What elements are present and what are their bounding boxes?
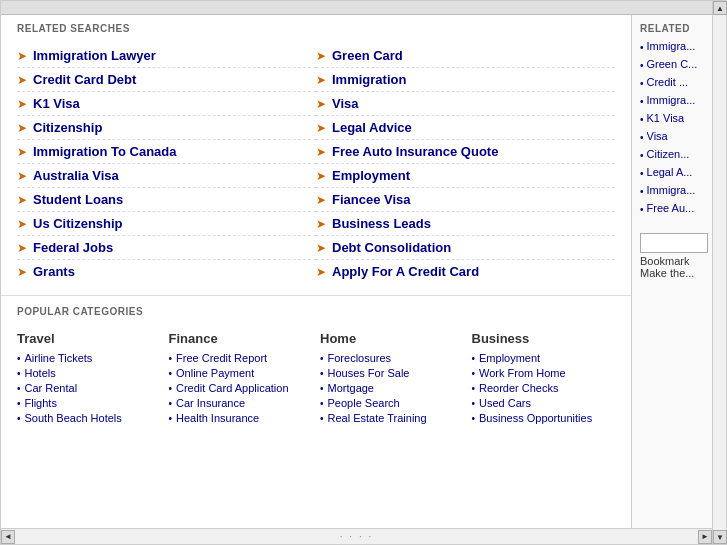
main-panel: RELATED SEARCHES ➤Immigration Lawyer➤Cre… xyxy=(1,15,632,528)
search-item: ➤Immigration Lawyer xyxy=(17,44,316,68)
scroll-left-btn[interactable]: ◄ xyxy=(1,530,15,544)
sidebar-bullet-icon: • xyxy=(640,132,644,143)
search-link[interactable]: Green Card xyxy=(332,48,403,63)
arrow-icon: ➤ xyxy=(316,265,326,279)
search-item: ➤Us Citizenship xyxy=(17,212,316,236)
search-item: ➤Visa xyxy=(316,92,615,116)
bullet-icon: • xyxy=(472,413,476,424)
sidebar-links: •Immigra...•Green C...•Credit ...•Immigr… xyxy=(640,40,708,217)
category-link[interactable]: •Online Payment xyxy=(169,367,313,379)
sidebar-link[interactable]: Free Au... xyxy=(647,202,695,214)
bullet-icon: • xyxy=(169,368,173,379)
category-link[interactable]: •Real Estate Training xyxy=(320,412,464,424)
search-link[interactable]: Free Auto Insurance Quote xyxy=(332,144,498,159)
search-link[interactable]: Us Citizenship xyxy=(33,216,123,231)
sidebar-link[interactable]: K1 Visa xyxy=(647,112,685,124)
search-link[interactable]: K1 Visa xyxy=(33,96,80,111)
related-searches-section: ➤Immigration Lawyer➤Credit Card Debt➤K1 … xyxy=(1,40,631,296)
sidebar-bullet-icon: • xyxy=(640,150,644,161)
category-link[interactable]: •Hotels xyxy=(17,367,161,379)
search-link[interactable]: Student Loans xyxy=(33,192,123,207)
sidebar-link[interactable]: Green C... xyxy=(647,58,698,70)
vertical-scrollbar[interactable]: ▲ ▼ xyxy=(712,1,726,544)
sidebar-link[interactable]: Citizen... xyxy=(647,148,690,160)
scroll-right-btn[interactable]: ► xyxy=(698,530,712,544)
sidebar: RELATED •Immigra...•Green C...•Credit ..… xyxy=(632,15,712,528)
bullet-icon: • xyxy=(169,398,173,409)
bullet-icon: • xyxy=(472,383,476,394)
sidebar-link[interactable]: Credit ... xyxy=(647,76,689,88)
bullet-icon: • xyxy=(472,353,476,364)
sidebar-link[interactable]: Immigra... xyxy=(647,184,696,196)
category-title: Travel xyxy=(17,331,161,346)
category-link[interactable]: •Car Insurance xyxy=(169,397,313,409)
arrow-icon: ➤ xyxy=(316,241,326,255)
horizontal-scrollbar[interactable]: ◄ · · · · ► xyxy=(1,528,712,544)
arrow-icon: ➤ xyxy=(316,145,326,159)
category-link[interactable]: •Reorder Checks xyxy=(472,382,616,394)
category-link[interactable]: •Work From Home xyxy=(472,367,616,379)
search-item: ➤Apply For A Credit Card xyxy=(316,260,615,283)
arrow-icon: ➤ xyxy=(17,121,27,135)
search-link[interactable]: Business Leads xyxy=(332,216,431,231)
sidebar-item-row: •Immigra... xyxy=(640,40,708,55)
bullet-icon: • xyxy=(17,368,21,379)
sidebar-link[interactable]: Legal A... xyxy=(647,166,693,178)
category-link[interactable]: •Flights xyxy=(17,397,161,409)
search-link[interactable]: Credit Card Debt xyxy=(33,72,136,87)
category-link[interactable]: •Health Insurance xyxy=(169,412,313,424)
search-link[interactable]: Apply For A Credit Card xyxy=(332,264,479,279)
sidebar-link[interactable]: Visa xyxy=(647,130,668,142)
search-link[interactable]: Debt Consolidation xyxy=(332,240,451,255)
sidebar-bullet-icon: • xyxy=(640,42,644,53)
scroll-h-track: · · · · xyxy=(15,531,698,542)
category-link[interactable]: •Used Cars xyxy=(472,397,616,409)
arrow-icon: ➤ xyxy=(17,49,27,63)
search-link[interactable]: Immigration Lawyer xyxy=(33,48,156,63)
search-link[interactable]: Legal Advice xyxy=(332,120,412,135)
search-link[interactable]: Fiancee Visa xyxy=(332,192,411,207)
search-item: ➤Fiancee Visa xyxy=(316,188,615,212)
arrow-icon: ➤ xyxy=(17,73,27,87)
scroll-down-btn[interactable]: ▼ xyxy=(713,530,727,544)
category-title: Business xyxy=(472,331,616,346)
search-link[interactable]: Immigration To Canada xyxy=(33,144,177,159)
category-link[interactable]: •Business Opportunities xyxy=(472,412,616,424)
arrow-icon: ➤ xyxy=(316,49,326,63)
search-item: ➤Legal Advice xyxy=(316,116,615,140)
search-link[interactable]: Employment xyxy=(332,168,410,183)
sidebar-link[interactable]: Immigra... xyxy=(647,40,696,52)
search-item: ➤Business Leads xyxy=(316,212,615,236)
category-link[interactable]: •Airline Tickets xyxy=(17,352,161,364)
category-column: Business•Employment•Work From Home•Reord… xyxy=(472,331,616,427)
category-link[interactable]: •Mortgage xyxy=(320,382,464,394)
category-link[interactable]: •South Beach Hotels xyxy=(17,412,161,424)
search-link[interactable]: Grants xyxy=(33,264,75,279)
bookmark-input[interactable] xyxy=(640,233,708,253)
search-link[interactable]: Immigration xyxy=(332,72,406,87)
arrow-icon: ➤ xyxy=(17,193,27,207)
search-item: ➤Grants xyxy=(17,260,316,283)
search-link[interactable]: Visa xyxy=(332,96,359,111)
sidebar-bullet-icon: • xyxy=(640,114,644,125)
search-link[interactable]: Federal Jobs xyxy=(33,240,113,255)
category-link[interactable]: •Foreclosures xyxy=(320,352,464,364)
search-link[interactable]: Australia Visa xyxy=(33,168,119,183)
category-link[interactable]: •Credit Card Application xyxy=(169,382,313,394)
category-link[interactable]: •Employment xyxy=(472,352,616,364)
category-link[interactable]: •People Search xyxy=(320,397,464,409)
main-window: ▲ ▼ ◄ · · · · ► RELATED SEARCHES ➤Immigr… xyxy=(0,0,727,545)
search-link[interactable]: Citizenship xyxy=(33,120,102,135)
arrow-icon: ➤ xyxy=(316,193,326,207)
search-item: ➤Immigration xyxy=(316,68,615,92)
category-link[interactable]: •Free Credit Report xyxy=(169,352,313,364)
category-column: Home•Foreclosures•Houses For Sale•Mortga… xyxy=(320,331,464,427)
category-link[interactable]: •Houses For Sale xyxy=(320,367,464,379)
sidebar-link[interactable]: Immigra... xyxy=(647,94,696,106)
category-link[interactable]: •Car Rental xyxy=(17,382,161,394)
sidebar-item-row: •Visa xyxy=(640,130,708,145)
sidebar-item-row: •Credit ... xyxy=(640,76,708,91)
sidebar-item-row: •K1 Visa xyxy=(640,112,708,127)
sidebar-bullet-icon: • xyxy=(640,186,644,197)
scroll-up-btn[interactable]: ▲ xyxy=(713,1,727,15)
